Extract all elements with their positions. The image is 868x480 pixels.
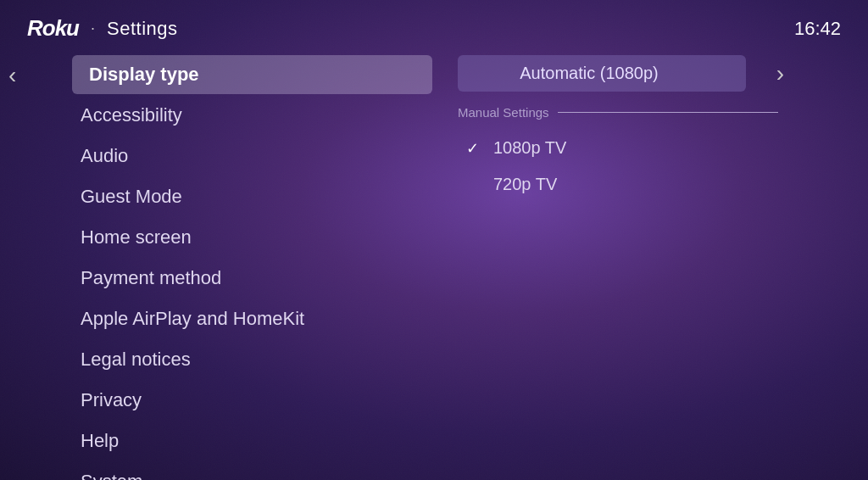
sidebar-item-legal-notices[interactable]: Legal notices: [34, 340, 441, 379]
sidebar-item-accessibility[interactable]: Accessibility: [34, 96, 441, 135]
manual-settings-label: Manual Settings: [458, 105, 549, 120]
tv-option-label: 720p TV: [493, 175, 557, 194]
back-arrow-icon[interactable]: ‹: [8, 62, 16, 89]
sidebar-item-audio[interactable]: Audio: [34, 137, 441, 176]
sidebar-item-home-screen[interactable]: Home screen: [34, 218, 441, 257]
tv-option-720p-tv[interactable]: 720p TV: [458, 168, 851, 201]
manual-settings-divider: [558, 112, 778, 113]
tv-option-1080p-tv[interactable]: ✓1080p TV: [458, 131, 851, 165]
sidebar-item-apple-airplay-and-homekit[interactable]: Apple AirPlay and HomeKit: [34, 299, 441, 338]
header-left: Roku · Settings: [27, 15, 178, 42]
auto-option-label: Automatic (1080p): [520, 64, 658, 83]
left-panel: ‹ Display typeAccessibilityAudioGuest Mo…: [0, 52, 441, 472]
tv-options-list: ✓1080p TV720p TV: [458, 131, 851, 201]
checkmark-icon: ✓: [466, 139, 485, 158]
tv-option-label: 1080p TV: [493, 138, 566, 158]
sidebar-item-privacy[interactable]: Privacy: [34, 381, 441, 420]
sidebar-item-system[interactable]: System: [34, 462, 441, 480]
auto-option-button[interactable]: Automatic (1080p) ›: [458, 55, 746, 92]
page-title: Settings: [107, 18, 178, 40]
main-content: ‹ Display typeAccessibilityAudioGuest Mo…: [0, 52, 868, 472]
manual-settings-row: Manual Settings: [458, 105, 851, 120]
header: Roku · Settings 16:42: [0, 0, 868, 52]
sidebar-item-payment-method[interactable]: Payment method: [34, 259, 441, 298]
clock-display: 16:42: [794, 18, 841, 40]
header-dot: ·: [91, 20, 95, 37]
forward-arrow-icon: ›: [776, 60, 784, 87]
right-panel: Automatic (1080p) › Manual Settings ✓108…: [441, 52, 868, 472]
roku-logo: Roku: [27, 15, 79, 42]
sidebar-item-help[interactable]: Help: [34, 421, 441, 460]
settings-menu: Display typeAccessibilityAudioGuest Mode…: [34, 55, 441, 480]
sidebar-item-guest-mode[interactable]: Guest Mode: [34, 177, 441, 216]
sidebar-item-display-type[interactable]: Display type: [72, 55, 432, 94]
